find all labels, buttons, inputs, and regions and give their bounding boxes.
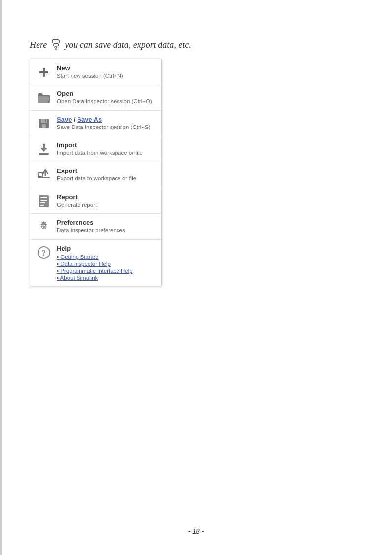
- svg-rect-3: [41, 119, 47, 123]
- menu-item-export[interactable]: Export Export data to workspace or file: [30, 162, 161, 188]
- help-link-data-inspector[interactable]: Data Inspector Help: [57, 261, 133, 267]
- menu-item-save[interactable]: Save / Save As Save Data Inspector sessi…: [30, 111, 161, 136]
- svg-rect-1: [39, 71, 48, 73]
- menu-item-preferences[interactable]: Preferences Data Inspector preferences: [30, 214, 161, 240]
- import-icon: [37, 142, 51, 156]
- help-link-programmatic[interactable]: Programmatic Interface Help: [57, 268, 133, 274]
- menu-save-text: Save / Save As Save Data Inspector sessi…: [57, 116, 151, 130]
- page: Here you can save data, export data, etc…: [0, 0, 392, 555]
- menu-item-import[interactable]: Import Import data from workspace or fil…: [30, 136, 161, 162]
- menu-preferences-subtitle: Data Inspector preferences: [57, 227, 125, 233]
- menu-report-title: Report: [57, 193, 97, 201]
- svg-rect-4: [42, 124, 46, 128]
- menu-import-title: Import: [57, 141, 143, 149]
- menu-import-subtitle: Import data from workspace or file: [57, 150, 143, 156]
- menu-report-subtitle: Generate report: [57, 202, 97, 208]
- menu-item-help[interactable]: ? Help Getting Started Data Inspector He…: [30, 240, 161, 286]
- wifi-arc-large: [52, 39, 60, 43]
- help-links-container: Getting Started Data Inspector Help Prog…: [57, 254, 133, 281]
- open-folder-icon: [37, 91, 51, 105]
- save-label: Save: [57, 116, 72, 123]
- menu-save-subtitle: Save Data Inspector session (Ctrl+S): [57, 124, 151, 130]
- menu-open-text: Open Open Data Inspector session (Ctrl+O…: [57, 90, 152, 104]
- wifi-dot: [55, 48, 57, 50]
- save-as-label: Save As: [77, 116, 102, 123]
- menu-preferences-title: Preferences: [57, 219, 125, 226]
- svg-rect-13: [39, 195, 49, 207]
- menu-item-report[interactable]: Report Generate report: [30, 188, 161, 214]
- wifi-arc-small: [54, 46, 57, 48]
- report-icon: [37, 194, 51, 208]
- new-plus-icon: [37, 65, 51, 79]
- menu-preferences-text: Preferences Data Inspector preferences: [57, 219, 125, 233]
- menu-save-title: Save / Save As: [57, 116, 151, 123]
- toolbar-button-icon: [52, 39, 60, 50]
- header-text-before: Here: [30, 40, 47, 50]
- menu-help-title: Help: [57, 245, 133, 252]
- menu-item-open[interactable]: Open Open Data Inspector session (Ctrl+O…: [30, 85, 161, 111]
- svg-rect-15: [40, 200, 47, 201]
- menu-export-subtitle: Export data to workspace or file: [57, 175, 136, 181]
- menu-import-text: Import Import data from workspace or fil…: [57, 141, 143, 156]
- wifi-arc-medium: [53, 43, 59, 46]
- header-text: Here you can save data, export data, etc…: [30, 40, 362, 51]
- menu-panel: New Start new session (Ctrl+N) Open Open…: [30, 59, 162, 286]
- help-link-about-simulink[interactable]: About Simulink: [57, 275, 133, 281]
- help-link-getting-started[interactable]: Getting Started: [57, 254, 133, 260]
- menu-new-text: New Start new session (Ctrl+N): [57, 64, 123, 79]
- preferences-gear-icon: [37, 220, 51, 234]
- svg-rect-14: [40, 197, 47, 198]
- menu-export-title: Export: [57, 167, 136, 174]
- menu-open-title: Open: [57, 90, 152, 97]
- svg-rect-17: [40, 205, 44, 206]
- menu-report-text: Report Generate report: [57, 193, 97, 208]
- help-question-icon: ?: [37, 246, 51, 259]
- left-border-bar: [0, 0, 2, 555]
- svg-rect-16: [40, 202, 45, 203]
- svg-rect-12: [38, 173, 42, 177]
- svg-rect-8: [39, 153, 49, 155]
- menu-help-text: Help Getting Started Data Inspector Help…: [57, 245, 133, 281]
- menu-new-title: New: [57, 64, 123, 72]
- svg-text:?: ?: [42, 249, 46, 257]
- menu-export-text: Export Export data to workspace or file: [57, 167, 136, 181]
- menu-open-subtitle: Open Data Inspector session (Ctrl+O): [57, 98, 152, 104]
- svg-marker-7: [40, 148, 47, 152]
- svg-point-20: [43, 226, 45, 228]
- menu-new-subtitle: Start new session (Ctrl+N): [57, 73, 123, 79]
- save-disk-icon: [37, 117, 51, 130]
- header-text-after: you can save data, export data, etc.: [65, 40, 191, 50]
- menu-item-new[interactable]: New Start new session (Ctrl+N): [30, 59, 161, 85]
- svg-rect-5: [45, 119, 46, 122]
- page-number: - 18 -: [188, 527, 204, 535]
